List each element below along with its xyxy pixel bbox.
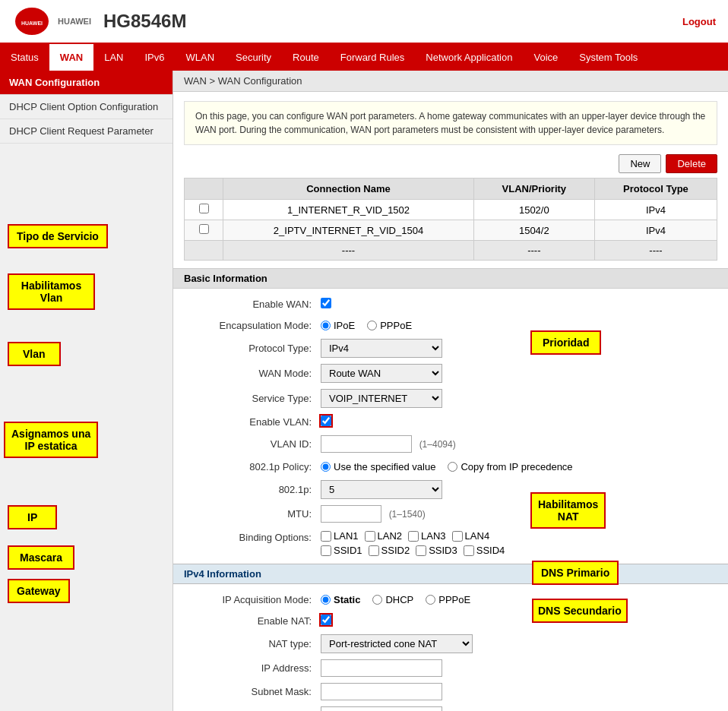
row2-protocol: IPv4 <box>594 220 717 241</box>
mode-pppoe[interactable]: PPPoE <box>426 594 470 605</box>
lan4-checkbox[interactable] <box>452 531 463 542</box>
row2-checkbox[interactable] <box>199 224 209 234</box>
wan-mode-control: Route WAN Bridge WAN <box>321 364 717 383</box>
vlan-id-label: VLAN ID: <box>184 438 321 450</box>
lan1-checkbox[interactable] <box>321 531 331 542</box>
mode-static[interactable]: Static <box>321 594 360 605</box>
ssid3-option[interactable]: SSID3 <box>416 545 457 556</box>
subnet-input[interactable]: 255.255.255.0 <box>321 683 442 700</box>
lan2-option[interactable]: LAN2 <box>365 530 403 542</box>
mode-dhcp-radio[interactable] <box>372 595 382 605</box>
gateway-input[interactable]: 192.168.253.1 <box>321 706 442 711</box>
wan-mode-row: WAN Mode: Route WAN Bridge WAN <box>184 361 717 386</box>
logo-area: HUAWEI HUAWEI <box>12 6 91 36</box>
nav-ipv6[interactable]: IPv6 <box>135 44 176 71</box>
nat-type-select[interactable]: Port-restricted cone NAT Full cone NAT <box>321 634 473 653</box>
mode-dhcp[interactable]: DHCP <box>372 594 413 605</box>
ssid2-checkbox[interactable] <box>369 545 379 556</box>
policy-specified-radio[interactable] <box>321 462 331 472</box>
nav-forward-rules[interactable]: Forward Rules <box>330 44 416 71</box>
row3-name: ---- <box>223 241 473 261</box>
col-name: Connection Name <box>223 179 473 200</box>
vlan-id-input[interactable]: 1503 <box>321 435 412 453</box>
row3-vlan: ---- <box>473 241 594 261</box>
ip-address-input[interactable]: 192.168.253.20 <box>321 659 442 677</box>
nav-route[interactable]: Route <box>282 44 330 71</box>
lan1-option[interactable]: LAN1 <box>321 530 359 542</box>
enable-wan-checkbox[interactable] <box>321 298 331 308</box>
nav-voice[interactable]: Voice <box>523 44 568 71</box>
protocol-select[interactable]: IPv4 IPv6 <box>321 339 442 358</box>
row3-protocol: ---- <box>594 241 717 261</box>
mode-static-radio[interactable] <box>321 595 331 605</box>
breadcrumb-wan[interactable]: WAN <box>184 75 207 87</box>
acq-mode-row: IP Acquisition Mode: Static DHCP PPPoE <box>184 589 717 610</box>
mtu-input[interactable]: 1500 <box>321 505 381 523</box>
encap-ipoe-radio[interactable] <box>321 321 331 330</box>
breadcrumb-sep: > <box>209 75 217 87</box>
lan2-checkbox[interactable] <box>365 531 375 542</box>
nav-wlan[interactable]: WLAN <box>176 44 226 71</box>
nav-status[interactable]: Status <box>0 44 49 71</box>
page-wrapper: HUAWEI HUAWEI HG8546M Logout Status WAN … <box>0 0 728 711</box>
encap-pppoe-radio[interactable] <box>367 321 377 330</box>
enable-vlan-row: Enable VLAN: <box>184 411 717 432</box>
lan4-option[interactable]: LAN4 <box>452 530 490 542</box>
mode-pppoe-radio[interactable] <box>426 595 435 605</box>
ip-address-row: IP Address: 192.168.253.20 <box>184 656 717 680</box>
ssid1-checkbox[interactable] <box>321 545 331 556</box>
enable-vlan-checkbox[interactable] <box>321 416 331 426</box>
annotation-mascara: Mascara <box>8 545 74 570</box>
nav-system-tools[interactable]: System Tools <box>568 44 648 71</box>
sidebar-wan-config[interactable]: WAN Configuration <box>0 71 173 95</box>
wan-mode-select[interactable]: Route WAN Bridge WAN <box>321 364 442 383</box>
lan3-option[interactable]: LAN3 <box>408 530 446 542</box>
policy-specified[interactable]: Use the specified value <box>321 461 435 472</box>
ipv4-form: IP Acquisition Mode: Static DHCP PPPoE E… <box>173 584 728 711</box>
service-type-select[interactable]: VOIP_INTERNET INTERNET VOIP <box>321 389 442 408</box>
policy-row: 802.1p Policy: Use the specified value C… <box>184 456 717 477</box>
ssid2-option[interactable]: SSID2 <box>369 545 410 556</box>
delete-button[interactable]: Delete <box>666 154 717 173</box>
policy-copy-radio[interactable] <box>448 462 457 472</box>
8021p-select[interactable]: 5 0 1 2 3 4 6 7 <box>321 480 442 499</box>
new-button[interactable]: New <box>619 154 661 173</box>
nav-lan[interactable]: LAN <box>93 44 134 71</box>
nav-security[interactable]: Security <box>225 44 282 71</box>
row1-vlan: 1502/0 <box>473 200 594 220</box>
protocol-control: IPv4 IPv6 <box>321 339 717 358</box>
ssid4-option[interactable]: SSID4 <box>464 545 505 556</box>
8021p-label: 802.1p: <box>184 484 321 495</box>
policy-copy[interactable]: Copy from IP precedence <box>448 461 572 472</box>
col-check <box>185 179 223 200</box>
table-row: 2_IPTV_INTERNET_R_VID_1504 1504/2 IPv4 <box>185 220 717 241</box>
enable-nat-checkbox[interactable] <box>321 615 331 625</box>
row2-vlan: 1504/2 <box>473 220 594 241</box>
nav-bar: Status WAN LAN IPv6 WLAN Security Route … <box>0 44 728 71</box>
acq-mode-label: IP Acquisition Mode: <box>184 594 321 605</box>
subnet-label: Subnet Mask: <box>184 686 321 697</box>
row2-check[interactable] <box>185 220 223 241</box>
nav-wan[interactable]: WAN <box>49 44 93 71</box>
ip-address-control: 192.168.253.20 <box>321 659 717 677</box>
ssid3-checkbox[interactable] <box>416 545 426 556</box>
encap-ipoe[interactable]: IPoE <box>321 320 355 331</box>
nav-network-app[interactable]: Network Application <box>415 44 523 71</box>
row1-checkbox[interactable] <box>199 204 209 213</box>
sidebar-dhcp-option[interactable]: DHCP Client Option Configuration <box>0 95 173 119</box>
sidebar-dhcp-request[interactable]: DHCP Client Request Parameter <box>0 119 173 144</box>
vlan-id-hint: (1–4094) <box>419 439 456 450</box>
ip-address-label: IP Address: <box>184 662 321 674</box>
svg-text:HUAWEI: HUAWEI <box>21 21 43 26</box>
annotation-dns-secundario: DNS Secundario <box>532 599 628 623</box>
encap-pppoe[interactable]: PPPoE <box>367 320 412 331</box>
logout-button[interactable]: Logout <box>682 16 716 27</box>
brand-label: HUAWEI <box>58 17 91 26</box>
ssid4-checkbox[interactable] <box>464 545 474 556</box>
enable-nat-row: Enable NAT: <box>184 610 717 631</box>
table-toolbar: New Delete <box>173 154 728 178</box>
row1-check[interactable] <box>185 200 223 220</box>
lan3-checkbox[interactable] <box>408 531 419 542</box>
service-type-label: Service Type: <box>184 393 321 404</box>
ssid1-option[interactable]: SSID1 <box>321 545 362 556</box>
